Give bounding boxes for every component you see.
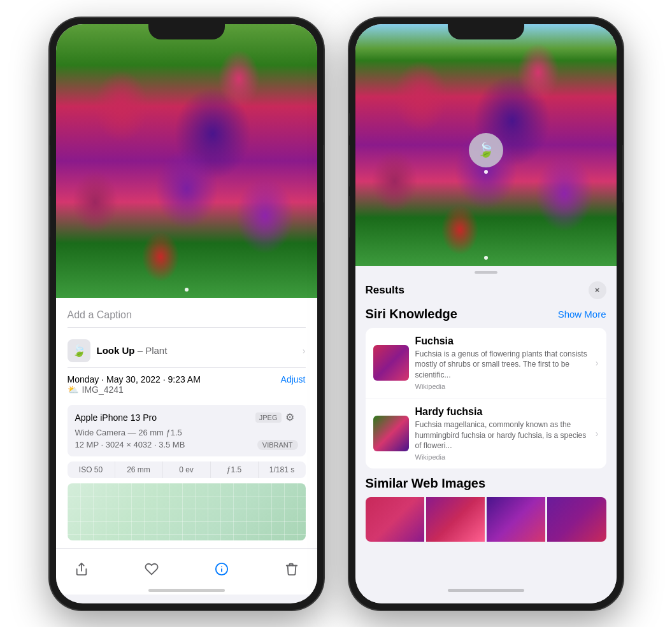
power-button[interactable] — [323, 145, 324, 202]
right-home-indicator — [448, 589, 524, 592]
results-panel: Results × Siri Knowledge Show More Fuchs… — [355, 266, 617, 603]
hardy-fuchsia-item[interactable]: Hardy fuchsia Fuchsia magellanica, commo… — [366, 398, 606, 468]
aperture-spec: ƒ1.5 — [211, 461, 259, 478]
right-power-button[interactable] — [622, 145, 623, 202]
siri-visual-lookup-badge[interactable]: 🍃 — [469, 133, 503, 167]
similar-image-3[interactable] — [487, 497, 545, 542]
delete-button[interactable] — [279, 556, 304, 582]
dot-1 — [185, 288, 189, 292]
siri-knowledge-title: Siri Knowledge — [366, 307, 457, 321]
tech-specs: ISO 50 26 mm 0 ev ƒ1.5 1/181 s — [68, 461, 306, 478]
left-phone-screen: Add a Caption 🍃 Look Up – Plant › Monday… — [56, 24, 317, 603]
fuchsia-thumbnail — [373, 345, 409, 381]
cloud-icon: ⛅ — [68, 384, 78, 395]
knowledge-card: Fuchsia Fuchsia is a genus of flowering … — [366, 328, 606, 469]
iso-spec: ISO 50 — [68, 461, 115, 478]
right-phone-screen: 🍃 Results × Siri Knowledge Show More — [355, 24, 617, 603]
similar-image-2[interactable] — [426, 497, 485, 542]
similar-title: Similar Web Images — [366, 476, 606, 491]
fuchsia-desc: Fuchsia is a genus of flowering plants t… — [415, 349, 590, 381]
resolution-text: 12 MP · 3024 × 4032 · 3.5 MB — [75, 440, 185, 449]
results-header: Results × — [355, 276, 617, 307]
ev-spec: 0 ev — [163, 461, 211, 478]
right-phone: 🍃 Results × Siri Knowledge Show More — [349, 18, 623, 610]
left-phone: Add a Caption 🍃 Look Up – Plant › Monday… — [50, 18, 324, 610]
fuchsia-source: Wikipedia — [415, 383, 590, 390]
fuchsia-chevron-icon: › — [596, 358, 599, 368]
info-panel: Add a Caption 🍃 Look Up – Plant › Monday… — [56, 298, 317, 548]
similar-image-1[interactable] — [366, 497, 424, 542]
siri-dot — [484, 170, 488, 174]
lookup-row[interactable]: 🍃 Look Up – Plant › — [68, 334, 306, 368]
format-badge: JPEG — [255, 412, 282, 423]
focal-length-spec: 26 mm — [115, 461, 163, 478]
device-name: Apple iPhone 13 Pro — [75, 412, 157, 423]
date-row: Monday · May 30, 2022 · 9:23 AM ⛅ IMG_42… — [68, 374, 306, 402]
filename: IMG_4241 — [82, 384, 124, 395]
results-title: Results — [366, 284, 404, 297]
right-volume-down-button[interactable] — [349, 196, 350, 237]
hardy-fuchsia-chevron-icon: › — [596, 428, 599, 439]
fuchsia-item[interactable]: Fuchsia Fuchsia is a genus of flowering … — [366, 328, 606, 398]
specs-row2: 12 MP · 3024 × 4032 · 3.5 MB VIBRANT — [75, 440, 298, 450]
info-button[interactable] — [209, 556, 234, 582]
home-indicator — [148, 589, 225, 592]
hardy-fuchsia-desc: Fuchsia magellanica, commonly known as t… — [415, 419, 590, 451]
volume-up-button[interactable] — [50, 145, 50, 187]
right-volume-up-button[interactable] — [349, 145, 350, 187]
filename-row: ⛅ IMG_4241 — [68, 384, 201, 395]
right-dot-indicator — [484, 256, 488, 260]
flower-photo[interactable] — [56, 24, 317, 298]
vibrant-badge: VIBRANT — [257, 440, 298, 450]
lookup-icon: 🍃 — [68, 339, 90, 362]
similar-images[interactable] — [366, 497, 606, 542]
map-preview[interactable] — [68, 483, 306, 540]
device-badges: JPEG ⚙ — [255, 411, 298, 424]
dot-indicator — [185, 288, 189, 292]
close-button[interactable]: × — [589, 281, 606, 299]
hardy-fuchsia-thumbnail — [373, 416, 409, 451]
volume-down-button[interactable] — [50, 196, 50, 237]
siri-knowledge-header: Siri Knowledge Show More — [366, 307, 606, 321]
mute-button[interactable] — [50, 113, 50, 136]
fuchsia-name: Fuchsia — [415, 335, 590, 347]
lookup-label: Look Up – Plant — [97, 345, 168, 356]
caption-field[interactable]: Add a Caption — [68, 306, 306, 328]
right-flower-photo[interactable]: 🍃 — [355, 24, 617, 266]
lookup-chevron-icon: › — [303, 346, 306, 356]
date-text: Monday · May 30, 2022 · 9:23 AM — [68, 374, 201, 384]
similar-image-4[interactable] — [547, 497, 606, 542]
right-dot-1 — [484, 256, 488, 260]
right-mute-button[interactable] — [349, 113, 350, 136]
panel-handle — [475, 271, 497, 274]
adjust-button[interactable]: Adjust — [281, 374, 306, 384]
show-more-button[interactable]: Show More — [558, 309, 606, 320]
camera-specs: Wide Camera — 26 mm ƒ1.5 — [75, 428, 298, 437]
settings-icon[interactable]: ⚙ — [285, 411, 298, 424]
hardy-fuchsia-name: Hardy fuchsia — [415, 406, 590, 418]
favorite-button[interactable] — [139, 556, 164, 582]
shutter-spec: 1/181 s — [259, 461, 306, 478]
share-button[interactable] — [69, 556, 94, 582]
fuchsia-text: Fuchsia Fuchsia is a genus of flowering … — [415, 335, 590, 390]
device-row: Apple iPhone 13 Pro JPEG ⚙ Wide Camera —… — [68, 405, 306, 456]
hardy-fuchsia-text: Hardy fuchsia Fuchsia magellanica, commo… — [415, 406, 590, 461]
similar-section: Similar Web Images — [366, 476, 606, 542]
results-content: Siri Knowledge Show More Fuchsia Fuchsia… — [355, 307, 617, 542]
device-header: Apple iPhone 13 Pro JPEG ⚙ — [75, 411, 298, 424]
bottom-toolbar — [56, 548, 317, 595]
hardy-fuchsia-source: Wikipedia — [415, 453, 590, 461]
